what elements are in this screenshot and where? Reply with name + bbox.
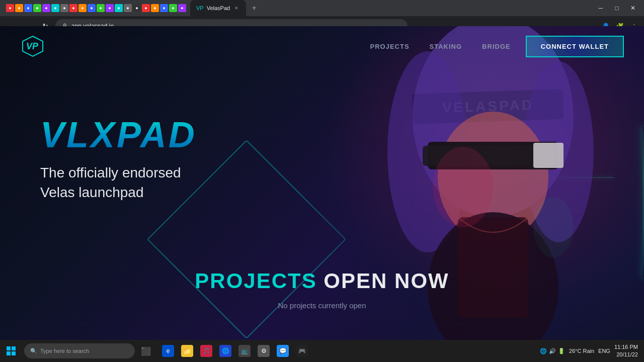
favicon-18: ● [160, 4, 168, 12]
favicon-1: ● [6, 4, 14, 12]
app7-icon: 💬 [277, 345, 289, 357]
search-placeholder-text: Type here to search [40, 348, 89, 354]
browser-chrome: ● ● ● ● ● ● ● ● ● ● ● ● ● ● ● ● ● ● ● ● … [0, 0, 644, 26]
favicon-20: ● [178, 4, 186, 12]
edge-icon: e [162, 345, 174, 357]
favicon-6: ● [51, 4, 59, 12]
projects-white-label: OPEN NOW [317, 269, 449, 293]
date-text: 20/11/22 [614, 351, 638, 358]
taskbar-app-4[interactable]: 🌐 [216, 342, 234, 360]
new-tab-button[interactable]: + [248, 2, 260, 14]
hero-title: VLXPAD [40, 117, 197, 153]
taskbar: 🔍 Type here to search ⬛ e 📁 🎵 🌐 📺 ⚙ 💬 🎮 [0, 340, 644, 362]
windows-logo-icon [7, 346, 16, 355]
task-view-icon: ⬛ [140, 345, 152, 357]
app4-icon: 🌐 [219, 345, 231, 357]
active-tab-title: VelasPad [207, 5, 230, 11]
projects-colored-label: PROJECTS [195, 269, 316, 293]
connect-wallet-button[interactable]: CONNECT WALLET [526, 36, 624, 57]
volume-icon: 🔊 [549, 348, 556, 354]
favicon-7: ● [60, 4, 68, 12]
nav-link-staking[interactable]: STAKING [430, 43, 462, 50]
favicon-4: ● [33, 4, 41, 12]
tab-favicon-strip: ● ● ● ● ● ● ● ● ● ● ● ● ● ● ● ● ● ● ● ● [4, 4, 188, 12]
projects-section: PROJECTS OPEN NOW No projects currently … [0, 269, 644, 310]
clock-display: 11:16 PM 20/11/22 [614, 343, 638, 359]
svg-rect-14 [12, 346, 16, 350]
favicon-17: ● [151, 4, 159, 12]
browser-topbar: ● ● ● ● ● ● ● ● ● ● ● ● ● ● ● ● ● ● ● ● … [0, 0, 644, 16]
app6-icon: ⚙ [258, 345, 270, 357]
favicon-13: ● [115, 4, 123, 12]
taskbar-app-8[interactable]: 🎮 [293, 342, 311, 360]
app8-icon: 🎮 [296, 345, 308, 357]
favicon-16: ● [142, 4, 150, 12]
svg-point-9 [433, 147, 493, 227]
navigation: VP PROJECTS STAKING BRIDGE CONNECT WALLE… [0, 26, 644, 66]
close-tab-button[interactable]: ✕ [233, 5, 240, 12]
favicon-11: ● [97, 4, 105, 12]
hero-subtitle-line1: The officially endorsed [40, 165, 181, 180]
svg-rect-15 [7, 351, 11, 355]
taskbar-app-7[interactable]: 💬 [274, 342, 292, 360]
taskbar-search[interactable]: 🔍 Type here to search [24, 343, 135, 358]
language-display: ENG [598, 348, 610, 354]
taskbar-app-5[interactable]: 📺 [235, 342, 254, 360]
nav-link-projects[interactable]: PROJECTS [370, 43, 409, 50]
favicon-19: ● [169, 4, 177, 12]
time-text: 11:16 PM [614, 343, 638, 351]
sys-icons: 🌐 🔊 🔋 [540, 348, 565, 354]
favicon-9: ● [78, 4, 87, 12]
svg-rect-13 [7, 346, 11, 350]
svg-rect-16 [12, 351, 16, 355]
taskbar-app-6[interactable]: ⚙ [255, 342, 273, 360]
taskbar-app-3[interactable]: 🎵 [197, 342, 215, 360]
maximize-button[interactable]: □ [610, 1, 624, 15]
favicon-8: ● [69, 4, 77, 12]
favicon-12: ● [106, 4, 114, 12]
no-projects-label: No projects currently open [0, 301, 644, 310]
hero-content: VLXPAD The officially endorsed Velas lau… [40, 117, 197, 202]
favicon-10: ● [88, 4, 96, 12]
favicon-14: ● [124, 4, 132, 12]
hero-subtitle-line2: Velas launchpad [40, 185, 144, 200]
projects-open-title: PROJECTS OPEN NOW [0, 269, 644, 293]
close-window-button[interactable]: ✕ [626, 1, 640, 15]
taskbar-system-tray: 🌐 🔊 🔋 26°C Rain ENG 11:16 PM 20/11/22 [534, 343, 644, 359]
taskbar-apps: e 📁 🎵 🌐 📺 ⚙ 💬 🎮 [155, 342, 315, 360]
svg-rect-6 [533, 143, 564, 168]
search-icon: 🔍 [30, 348, 37, 354]
taskbar-app-edge[interactable]: e [159, 342, 177, 360]
active-tab-favicon: VP [196, 5, 204, 11]
svg-text:VP: VP [26, 41, 39, 51]
app3-icon: 🎵 [200, 345, 212, 357]
favicon-3: ● [24, 4, 32, 12]
app5-icon: 📺 [238, 345, 251, 357]
start-button[interactable] [0, 340, 22, 362]
favicon-5: ● [42, 4, 50, 12]
wifi-icon: 🌐 [540, 348, 547, 354]
taskbar-app-explorer[interactable]: 📁 [178, 342, 196, 360]
svg-point-10 [533, 197, 574, 257]
taskbar-task-view[interactable]: ⬛ [137, 342, 155, 360]
weather-display: 26°C Rain [569, 348, 594, 354]
minimize-button[interactable]: ─ [594, 1, 608, 15]
logo[interactable]: VP [20, 34, 45, 59]
hero-subtitle: The officially endorsed Velas launchpad [40, 163, 197, 202]
favicon-2: ● [15, 4, 23, 12]
active-tab[interactable]: VP VelasPad ✕ [190, 0, 246, 16]
website-content: VELASPAD [0, 26, 644, 340]
nav-link-bridge[interactable]: BRIDGE [482, 43, 511, 50]
nav-links: PROJECTS STAKING BRIDGE [370, 43, 510, 50]
explorer-icon: 📁 [181, 345, 193, 357]
logo-svg: VP [20, 34, 45, 59]
battery-icon: 🔋 [558, 348, 565, 354]
favicon-15: ● [133, 4, 141, 12]
